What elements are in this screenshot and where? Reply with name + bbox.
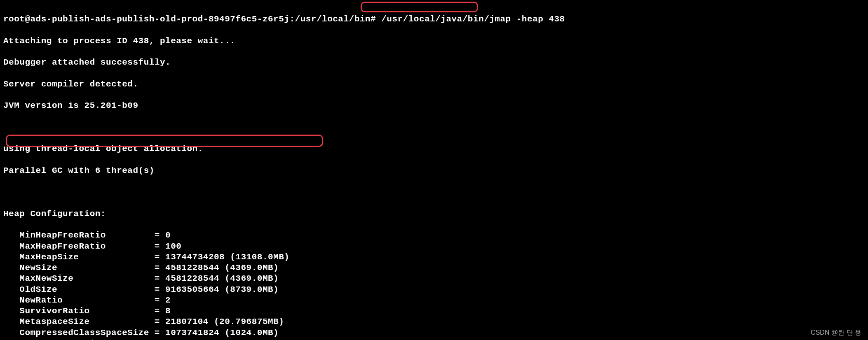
terminal-output[interactable]: root@ads-publish-ads-publish-old-prod-89… [3, 3, 865, 340]
output-compiler: Server compiler detected. [3, 79, 865, 90]
output-debugger: Debugger attached successfully. [3, 57, 865, 68]
output-attach: Attaching to process ID 438, please wait… [3, 36, 865, 47]
heap-config-row: CompressedClassSpaceSize = 1073741824 (1… [3, 328, 865, 338]
prompt-symbol: # [371, 14, 376, 24]
blank-line [3, 187, 865, 198]
prompt-line: root@ads-publish-ads-publish-old-prod-89… [3, 14, 865, 25]
heap-config-row: MaxMetaspaceSize = 17592186044415 MB [3, 338, 865, 340]
heap-config-row: MetaspaceSize = 21807104 (20.796875MB) [3, 317, 865, 327]
output-gc: Parallel GC with 6 thread(s) [3, 165, 865, 176]
prompt-user-host: root@ads-publish-ads-publish-old-prod-89… [3, 14, 289, 24]
blank-line [3, 122, 865, 133]
heap-config-row: NewSize = 4581228544 (4369.0MB) [3, 263, 865, 273]
command-text: /usr/local/java/bin/jmap -heap 438 [381, 14, 565, 24]
heap-config-row: MinHeapFreeRatio = 0 [3, 230, 865, 241]
watermark-text: CSDN @란 단 용 [811, 328, 861, 337]
output-allocation: using thread-local object allocation. [3, 144, 865, 154]
heap-config-header: Heap Configuration: [3, 209, 865, 219]
heap-config-row: MaxHeapSize = 13744734208 (13108.0MB) [3, 252, 865, 263]
prompt-cwd: /usr/local/bin [295, 14, 371, 24]
heap-config-row: OldSize = 9163505664 (8739.0MB) [3, 284, 865, 295]
output-jvm-version: JVM version is 25.201-b09 [3, 100, 865, 111]
heap-config-rows: MinHeapFreeRatio = 0 MaxHeapFreeRatio = … [3, 230, 865, 340]
heap-config-row: NewRatio = 2 [3, 295, 865, 306]
heap-config-row: SurvivorRatio = 8 [3, 306, 865, 317]
heap-config-row: MaxHeapFreeRatio = 100 [3, 241, 865, 252]
heap-config-row: MaxNewSize = 4581228544 (4369.0MB) [3, 273, 865, 284]
